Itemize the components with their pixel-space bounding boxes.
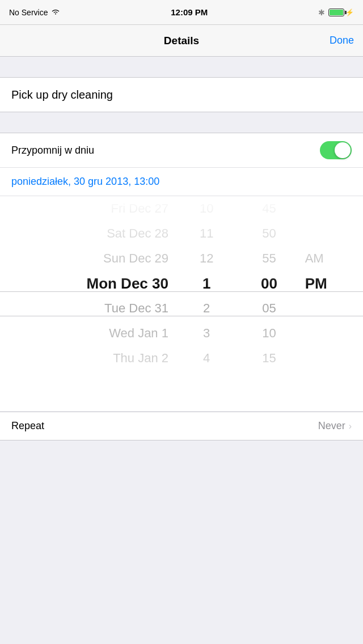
picker-item[interactable]: Sat Dec 28 bbox=[0, 221, 175, 246]
date-row[interactable]: poniedziałek, 30 gru 2013, 13:00 bbox=[0, 167, 363, 196]
picker-item[interactable]: 10 bbox=[175, 196, 238, 221]
picker-col-ampm[interactable]: AMPM bbox=[301, 196, 363, 411]
battery-container: ⚡ bbox=[328, 9, 354, 16]
picker-item[interactable] bbox=[301, 196, 363, 221]
task-title-section: Pick up dry cleaning bbox=[0, 77, 363, 112]
status-right: ✱ ⚡ bbox=[318, 8, 354, 17]
battery-fill bbox=[330, 10, 343, 15]
picker-item[interactable]: 10 bbox=[238, 321, 300, 346]
bluetooth-icon: ✱ bbox=[318, 8, 325, 17]
picker-col-date[interactable]: Fri Dec 27Sat Dec 28Sun Dec 29Mon Dec 30… bbox=[0, 196, 175, 411]
reminder-section: Przypomnij w dniu poniedziałek, 30 gru 2… bbox=[0, 133, 363, 411]
task-title-text: Pick up dry cleaning bbox=[11, 88, 113, 101]
reminder-date-value: poniedziałek, 30 gru 2013, 13:00 bbox=[11, 176, 159, 187]
status-left: No Service bbox=[9, 8, 60, 17]
status-time: 12:09 PM bbox=[171, 7, 208, 17]
datetime-picker[interactable]: Fri Dec 27Sat Dec 28Sun Dec 29Mon Dec 30… bbox=[0, 196, 363, 411]
status-bar: No Service 12:09 PM ✱ ⚡ bbox=[0, 0, 363, 25]
picker-item[interactable]: 05 bbox=[238, 296, 300, 321]
picker-item[interactable]: 00 bbox=[238, 271, 300, 296]
picker-item[interactable]: 2 bbox=[175, 296, 238, 321]
chevron-right-icon: › bbox=[349, 421, 352, 431]
picker-item[interactable]: Fri Dec 27 bbox=[0, 196, 175, 221]
repeat-label: Repeat bbox=[11, 420, 44, 432]
carrier-label: No Service bbox=[9, 8, 48, 17]
picker-item[interactable]: 15 bbox=[238, 346, 300, 371]
picker-item[interactable]: Sun Dec 29 bbox=[0, 246, 175, 271]
picker-item[interactable] bbox=[301, 346, 363, 371]
picker-item[interactable] bbox=[301, 296, 363, 321]
nav-bar: Details Done bbox=[0, 25, 363, 57]
task-title-cell[interactable]: Pick up dry cleaning bbox=[0, 78, 363, 112]
picker-item[interactable]: 45 bbox=[238, 196, 300, 221]
picker-item[interactable]: 50 bbox=[238, 221, 300, 246]
picker-item[interactable]: Thu Jan 2 bbox=[0, 346, 175, 371]
section-gap-2 bbox=[0, 112, 363, 133]
charge-icon: ⚡ bbox=[345, 9, 354, 16]
picker-col-min[interactable]: 45505500051015 bbox=[238, 196, 300, 411]
picker-item[interactable]: PM bbox=[301, 271, 363, 296]
picker-item[interactable]: 4 bbox=[175, 346, 238, 371]
repeat-value: Never bbox=[318, 420, 345, 432]
picker-item[interactable]: 3 bbox=[175, 321, 238, 346]
wifi-icon bbox=[51, 8, 60, 17]
picker-wrapper: Fri Dec 27Sat Dec 28Sun Dec 29Mon Dec 30… bbox=[0, 196, 363, 411]
repeat-row[interactable]: Repeat Never › bbox=[0, 412, 363, 440]
picker-item[interactable]: 11 bbox=[175, 221, 238, 246]
picker-col-hour[interactable]: 1011121234 bbox=[175, 196, 238, 411]
picker-item[interactable]: Mon Dec 30 bbox=[0, 271, 175, 296]
repeat-value-container: Never › bbox=[318, 420, 352, 432]
bottom-gap bbox=[0, 440, 363, 497]
picker-item[interactable]: Wed Jan 1 bbox=[0, 321, 175, 346]
picker-item[interactable] bbox=[301, 321, 363, 346]
picker-item[interactable]: 1 bbox=[175, 271, 238, 296]
nav-title: Details bbox=[164, 35, 199, 47]
picker-item[interactable]: 55 bbox=[238, 246, 300, 271]
picker-item[interactable]: Tue Dec 31 bbox=[0, 296, 175, 321]
reminder-row: Przypomnij w dniu bbox=[0, 133, 363, 167]
picker-item[interactable] bbox=[301, 221, 363, 246]
reminder-label: Przypomnij w dniu bbox=[11, 145, 94, 156]
battery-icon bbox=[328, 9, 344, 16]
picker-item[interactable]: 12 bbox=[175, 246, 238, 271]
picker-item[interactable]: AM bbox=[301, 246, 363, 271]
done-button[interactable]: Done bbox=[330, 35, 354, 46]
repeat-section: Repeat Never › bbox=[0, 412, 363, 440]
reminder-toggle[interactable] bbox=[320, 141, 352, 159]
toggle-knob bbox=[335, 142, 351, 158]
section-gap-1 bbox=[0, 57, 363, 77]
